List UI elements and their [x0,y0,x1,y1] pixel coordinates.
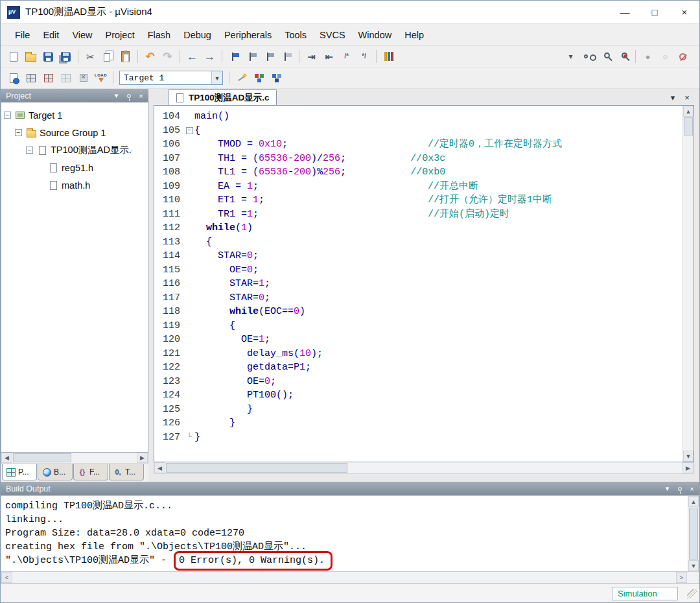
open-file-icon[interactable] [22,49,40,65]
scroll-left-button[interactable]: < [1,572,12,583]
find-icon[interactable] [597,49,614,65]
bookmark-icon[interactable] [226,49,243,65]
navigate-forward-icon[interactable]: → [201,49,218,65]
code-line[interactable]: ET1 = 1; //打开（允许）定时器1中断 [184,193,682,207]
scroll-thumb[interactable] [684,117,693,136]
code-line[interactable]: } [184,416,682,431]
scroll-left-button[interactable]: ◀ [154,462,165,473]
code-line[interactable]: } [184,403,682,417]
minimize-button[interactable]: — [610,1,640,23]
configure-icon[interactable] [380,49,397,65]
copy-icon[interactable] [99,49,117,65]
panel-menu-button[interactable]: ▾ [662,484,672,493]
code-line[interactable]: while(EOC==0) [184,305,682,319]
fold-marker[interactable]: └ [184,431,194,445]
code-line[interactable]: TMOD = 0x10; //定时器0，工作在定时器方式 [184,137,682,152]
options-target-icon[interactable] [233,70,250,86]
code-line[interactable]: OE=1; [184,333,682,347]
code-line[interactable]: TL1 = (65536-200)%256; //0xb0 [184,165,682,180]
code-line[interactable]: STAR=0; [184,249,682,263]
manage-components-icon[interactable] [250,70,268,86]
panel-close-button[interactable]: × [136,91,146,100]
tree-expander[interactable]: − [26,147,33,154]
rebuild-icon[interactable] [40,70,57,86]
scroll-up-button[interactable]: ▲ [688,496,699,507]
menu-item-view[interactable]: View [65,27,99,43]
code-line[interactable]: STAR=0; [184,291,682,305]
translate-icon[interactable] [5,70,22,86]
load-icon[interactable] [92,70,110,86]
outdent-icon[interactable]: ⇤ [320,49,338,65]
code-line[interactable]: TH1 = (65536-200)/256; //0x3c [184,152,682,166]
code-line[interactable]: TR1 =1; //开始(启动)定时 [184,207,682,222]
code-line[interactable]: EA = 1; //开总中断 [184,180,682,194]
code-line[interactable]: OE=0; [184,375,682,389]
tab-templates[interactable]: 0,T... [109,464,144,480]
clear-bookmarks-icon[interactable] [278,49,296,65]
code-line[interactable]: main() [184,110,682,124]
scroll-track[interactable] [683,136,694,451]
code-line[interactable]: while(1) [184,221,682,235]
code-line[interactable]: { [184,319,682,333]
menu-item-tools[interactable]: Tools [278,27,313,43]
panel-pin-button[interactable] [675,484,684,493]
find-dropdown-icon[interactable]: ▾ [562,49,579,65]
redo-icon[interactable]: ↷ [159,49,176,65]
panel-close-button[interactable]: × [687,484,697,493]
disable-breakpoint-icon[interactable]: ○ [657,49,674,65]
tab-books[interactable]: B... [38,464,73,480]
comment-icon[interactable]: /* [338,49,355,65]
scroll-thumb[interactable] [166,463,347,473]
cut-icon[interactable]: ✂ [82,49,99,65]
code-line[interactable]: getdata=P1; [184,361,682,375]
scroll-right-button[interactable]: > [676,572,687,583]
code-line[interactable]: STAR=1; [184,277,682,291]
menu-item-help[interactable]: Help [398,27,430,43]
scroll-track[interactable] [72,453,137,463]
scroll-left-button[interactable]: ◀ [1,453,12,463]
tree-item[interactable]: −Target 1 [1,106,148,124]
menu-item-edit[interactable]: Edit [36,27,65,43]
kill-breakpoints-icon[interactable] [674,49,692,65]
scroll-track[interactable] [12,572,676,583]
new-file-icon[interactable] [5,49,22,65]
next-bookmark-icon[interactable] [261,49,278,65]
tree-item[interactable]: −Source Group 1 [1,124,148,141]
scroll-up-button[interactable]: ▲ [683,106,694,117]
stop-build-icon[interactable] [75,70,92,86]
batch-build-icon[interactable] [57,70,75,86]
save-icon[interactable] [40,49,57,65]
scroll-right-button[interactable]: ▶ [682,462,694,473]
menu-item-debug[interactable]: Debug [177,27,218,43]
code-line[interactable]: PT100(); [184,388,682,403]
project-items-icon[interactable] [268,70,285,86]
tree-item[interactable]: −TP100测温AD显示.c [1,141,148,159]
find-in-files-icon[interactable] [579,49,597,65]
close-button[interactable]: × [670,1,699,23]
menu-item-flash[interactable]: Flash [141,27,177,43]
tree-item[interactable]: reg51.h [1,159,148,176]
scroll-down-button[interactable]: ▼ [688,560,699,571]
code-line[interactable]: { [184,235,682,250]
tree-expander[interactable]: − [4,112,11,119]
undo-icon[interactable]: ↶ [141,49,159,65]
scroll-track[interactable] [348,462,682,473]
save-all-icon[interactable] [57,49,75,65]
target-select-arrow-icon[interactable]: ▾ [211,71,222,84]
menu-item-svcs[interactable]: SVCS [313,27,352,43]
editor-tab[interactable]: TP100测温AD显示.c [168,89,277,105]
uncomment-icon[interactable]: */ [355,49,373,65]
code-editor[interactable]: main()−{ TMOD = 0x10; //定时器0，工作在定时器方式 TH… [184,106,682,462]
maximize-button[interactable]: □ [640,1,670,23]
resize-grip[interactable] [687,589,697,598]
menu-item-project[interactable]: Project [99,27,141,43]
tab-functions[interactable]: {}F... [73,464,108,480]
build-output-log[interactable]: compiling TP100测温AD显示.c...linking...Prog… [1,496,688,571]
paste-icon[interactable] [117,49,134,65]
code-line[interactable]: └} [184,431,682,445]
scroll-down-button[interactable]: ▼ [683,451,694,462]
menu-item-peripherals[interactable]: Peripherals [218,27,278,43]
menu-item-file[interactable]: File [8,27,36,43]
previous-bookmark-icon[interactable] [243,49,261,65]
menu-item-window[interactable]: Window [352,27,399,43]
